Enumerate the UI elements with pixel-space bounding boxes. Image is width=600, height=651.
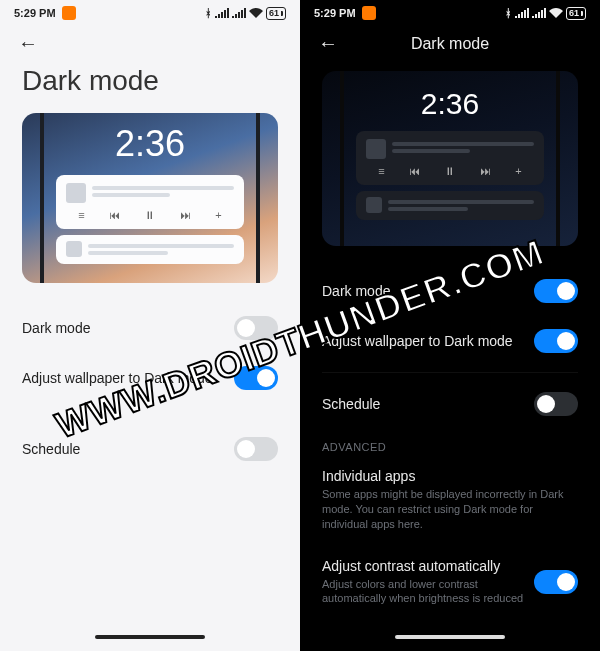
row-adjust-wallpaper[interactable]: Adjust wallpaper to Dark mode [0, 353, 300, 403]
bluetooth-icon: ᚼ [505, 7, 512, 19]
row-label: Dark mode [322, 283, 534, 299]
signal-icon [532, 8, 546, 18]
status-icons: ᚼ 61 [205, 7, 286, 20]
status-app-indicator [362, 6, 376, 20]
row-schedule[interactable]: Schedule [0, 424, 300, 474]
row-dark-mode[interactable]: Dark mode [300, 266, 600, 316]
row-schedule[interactable]: Schedule [300, 379, 600, 429]
page-title: Dark mode [0, 65, 300, 113]
screen-dark: 5:29 PM ᚼ 61 ← Dark mode 2:36 ≡ ⏮ ⏸ ⏭ [300, 0, 600, 651]
battery-icon: 61 [566, 7, 586, 20]
row-subtext: Adjust colors and lower contrast automat… [322, 577, 534, 607]
section-label-advanced: ADVANCED [300, 429, 600, 455]
row-adjust-wallpaper[interactable]: Adjust wallpaper to Dark mode [300, 316, 600, 366]
toggle-schedule[interactable] [234, 437, 278, 461]
row-label: Adjust wallpaper to Dark mode [22, 370, 234, 386]
toggle-schedule[interactable] [534, 392, 578, 416]
row-label: Adjust contrast automatically [322, 558, 534, 574]
signal-icon [215, 8, 229, 18]
nav-bar[interactable] [0, 635, 300, 651]
status-icons: ᚼ 61 [505, 7, 586, 20]
row-dark-mode[interactable]: Dark mode [0, 303, 300, 353]
status-app-indicator [62, 6, 76, 20]
toggle-adjust-wallpaper[interactable] [234, 366, 278, 390]
wifi-icon [249, 8, 263, 18]
header: ← [0, 22, 300, 65]
toggle-adjust-wallpaper[interactable] [534, 329, 578, 353]
battery-icon: 61 [266, 7, 286, 20]
row-adjust-contrast[interactable]: Adjust contrast automatically Adjust col… [300, 545, 600, 620]
preview-phone-frame [340, 71, 560, 246]
nav-bar[interactable] [300, 635, 600, 651]
back-icon[interactable]: ← [18, 32, 38, 55]
row-subtext: Some apps might be displayed incorrectly… [322, 487, 578, 532]
status-time: 5:29 PM [14, 7, 56, 19]
toggle-adjust-contrast[interactable] [534, 570, 578, 594]
row-label: Adjust wallpaper to Dark mode [322, 333, 534, 349]
signal-icon [232, 8, 246, 18]
row-label: Dark mode [22, 320, 234, 336]
status-bar: 5:29 PM ᚼ 61 [0, 0, 300, 22]
screen-light: 5:29 PM ᚼ 61 ← Dark mode 2:36 ≡ ⏮ ⏸ ⏭ [0, 0, 300, 651]
divider [322, 372, 578, 373]
back-icon[interactable]: ← [318, 32, 338, 55]
preview-card: 2:36 ≡ ⏮ ⏸ ⏭ + [322, 71, 578, 246]
toggle-dark-mode[interactable] [534, 279, 578, 303]
toggle-dark-mode[interactable] [234, 316, 278, 340]
row-label: Individual apps [322, 468, 415, 484]
header-title: Dark mode [411, 35, 489, 53]
signal-icon [515, 8, 529, 18]
wifi-icon [549, 8, 563, 18]
bluetooth-icon: ᚼ [205, 7, 212, 19]
status-bar: 5:29 PM ᚼ 61 [300, 0, 600, 22]
preview-phone-frame [40, 113, 260, 283]
row-label: Schedule [22, 441, 234, 457]
row-label: Schedule [322, 396, 534, 412]
divider [22, 417, 278, 418]
header: ← Dark mode [300, 22, 600, 65]
preview-card: 2:36 ≡ ⏮ ⏸ ⏭ + [22, 113, 278, 283]
row-individual-apps[interactable]: Individual apps Some apps might be displ… [300, 455, 600, 545]
status-time: 5:29 PM [314, 7, 356, 19]
